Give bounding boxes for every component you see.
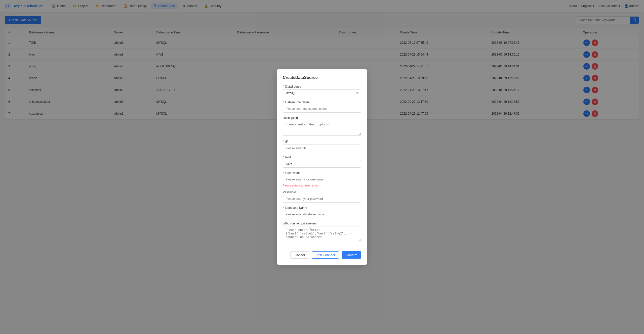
port-group: * Port — [283, 156, 361, 168]
password-group: Password — [283, 190, 361, 203]
datasource-name-input[interactable] — [283, 105, 361, 113]
confirm-button[interactable]: Confirm — [342, 251, 361, 259]
database-name-input[interactable] — [283, 211, 361, 218]
username-error: Please enter your username — [283, 184, 361, 187]
datasource-name-group: * Datasource Name — [283, 101, 361, 113]
database-name-group: * Database Name — [283, 206, 361, 218]
ip-group: * IP — [283, 140, 361, 152]
datasource-type-label: * DataSource — [283, 85, 361, 88]
datasource-type-group: * DataSource MYSQL POSTGRESQL HIVE ORACL… — [283, 85, 361, 97]
jdbc-input[interactable] — [283, 226, 361, 241]
jdbc-label: Jdbc connect parameters — [283, 222, 361, 225]
username-input[interactable] — [283, 176, 361, 183]
port-input[interactable] — [283, 160, 361, 168]
create-datasource-modal: CreateDataSource * DataSource MYSQL POST… — [277, 69, 367, 265]
password-input[interactable] — [283, 195, 361, 203]
jdbc-group: Jdbc connect parameters — [283, 222, 361, 242]
port-label: * Port — [283, 156, 361, 159]
password-label: Password — [283, 190, 361, 194]
test-connect-button[interactable]: Test Connect — [312, 251, 339, 259]
ip-label: * IP — [283, 140, 361, 144]
modal-title: CreateDataSource — [283, 75, 361, 80]
username-group: * User Name Please enter your username — [283, 171, 361, 187]
datasource-type-select[interactable]: MYSQL POSTGRESQL HIVE ORACLE SQLSERVER — [283, 89, 361, 97]
cancel-button[interactable]: Cancel — [290, 251, 309, 259]
modal-footer: Cancel Test Connect Confirm — [283, 247, 361, 259]
database-name-label: * Database Name — [283, 206, 361, 210]
datasource-name-label: * Datasource Name — [283, 101, 361, 104]
description-input[interactable] — [283, 121, 361, 136]
username-label: * User Name — [283, 171, 361, 175]
modal-overlay[interactable]: CreateDataSource * DataSource MYSQL POST… — [0, 0, 644, 334]
description-label: Description — [283, 116, 361, 120]
ip-input[interactable] — [283, 145, 361, 152]
description-group: Description — [283, 116, 361, 136]
